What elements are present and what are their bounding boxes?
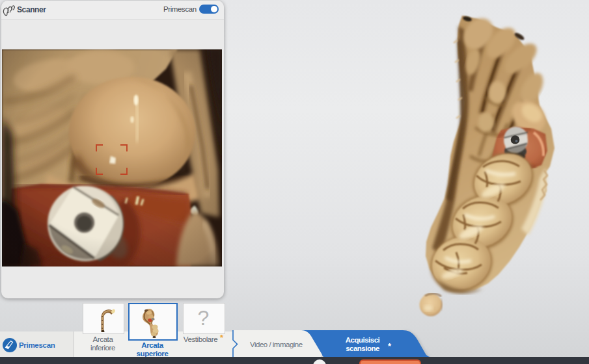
svg-text:Acquisisci: Acquisisci bbox=[346, 336, 380, 344]
svg-text:scansione: scansione bbox=[346, 344, 379, 352]
